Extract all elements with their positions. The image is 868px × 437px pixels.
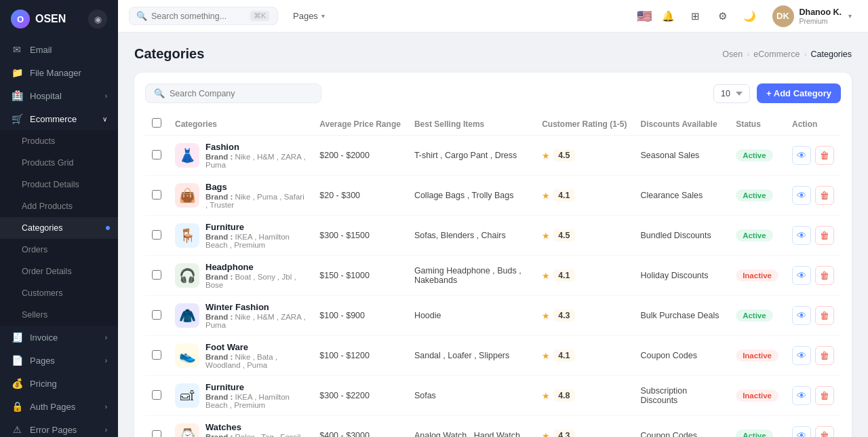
topbar: 🔍 ⌘K Pages ▾ 🇺🇸 🔔 ⊞ ⚙ 🌙 DK Dhanoo K. Pre… [118,0,868,33]
chevron-down-icon: ▾ [321,12,325,20]
user-area[interactable]: DK Dhanoo K. Premium ▾ [767,3,858,30]
discount-cell: Clearance Sales [633,176,729,216]
category-brands: Brand : IKEA , Hamilton Beach , Premium [205,393,306,409]
category-name: Furniture [205,382,306,392]
view-button[interactable]: 👁 [792,306,811,325]
sidebar-item-auth-pages[interactable]: 🔒 Auth Pages › [0,395,118,418]
grid-icon[interactable]: ⊞ [686,6,706,26]
search-icon: 🔍 [136,11,147,21]
view-button[interactable]: 👁 [792,146,811,165]
view-button[interactable]: 👁 [792,386,811,405]
sidebar-sub-label: Orders [22,245,47,254]
breadcrumb: Osen › eCommerce › Categories [722,50,852,59]
delete-button[interactable]: 🗑 [815,306,834,325]
best-selling-cell: Collage Bags , Trolly Bags [408,176,535,216]
table-search-input[interactable] [170,89,305,98]
chevron-right-icon: › [105,334,107,341]
sidebar-item-label: Pages [30,356,55,366]
sidebar-item-pages[interactable]: 📄 Pages › [0,349,118,372]
theme-toggle-icon[interactable]: 🌙 [740,6,760,26]
error-icon: ⚠ [11,424,23,435]
search-input[interactable] [151,12,246,21]
page-title: Categories [134,46,204,62]
row-checkbox[interactable] [152,230,161,240]
delete-button[interactable]: 🗑 [815,346,834,365]
delete-button[interactable]: 🗑 [815,426,834,437]
sidebar-item-ecommerce[interactable]: 🛒 Ecommerce ∨ [0,107,118,130]
rating-cell: ★ 4.1 [535,176,633,216]
category-info: Foot Ware Brand : Nike , Bata , Woodland… [205,342,306,369]
col-categories: Categories [168,113,313,136]
star-icon: ★ [542,431,550,438]
delete-button[interactable]: 🗑 [815,146,834,165]
sidebar-item-invoice[interactable]: 🧾 Invoice › [0,326,118,349]
page-header: Categories Osen › eCommerce › Categories [134,46,852,62]
row-checkbox[interactable] [152,350,161,360]
row-checkbox-cell [145,256,168,296]
category-brands: Brand : IKEA , Hamilton Beach , Premium [205,233,306,249]
row-checkbox[interactable] [152,310,161,320]
sidebar-sub-label: Categories [22,223,62,233]
category-name: Foot Ware [205,342,306,352]
toolbar-right: 10 25 50 + Add Category [713,83,841,103]
view-button[interactable]: 👁 [792,226,811,245]
sidebar-item-customers[interactable]: Customers [0,282,118,304]
breadcrumb-parent[interactable]: eCommerce [753,50,800,59]
sidebar-sub-label: Order Details [22,267,72,276]
sidebar-item-label: Hospital [30,91,62,101]
sidebar-item-product-details[interactable]: Product Details [0,174,118,195]
sidebar-item-pricing[interactable]: 💰 Pricing [0,372,118,395]
action-buttons: 👁 🗑 [792,146,834,165]
sidebar-item-orders[interactable]: Orders [0,239,118,261]
sidebar-toggle[interactable]: ◉ [88,10,107,28]
view-button[interactable]: 👁 [792,426,811,437]
view-button[interactable]: 👁 [792,186,811,205]
row-checkbox[interactable] [152,190,161,200]
sidebar-item-error-pages[interactable]: ⚠ Error Pages › [0,418,118,437]
sidebar-item-file-manager[interactable]: 📁 File Manager [0,61,118,84]
sidebar: O OSEN ◉ ✉ Email 📁 File Manager 🏥 Hospit… [0,0,118,437]
action-buttons: 👁 🗑 [792,426,834,437]
delete-button[interactable]: 🗑 [815,226,834,245]
select-all-checkbox[interactable] [152,118,161,128]
sidebar-sub-label: Sellers [22,310,47,320]
sidebar-item-products-grid[interactable]: Products Grid [0,152,118,174]
sidebar-item-sellers[interactable]: Sellers [0,304,118,326]
add-category-button[interactable]: + Add Category [757,83,841,103]
notification-icon[interactable]: 🔔 [658,6,679,26]
row-checkbox[interactable] [152,270,161,280]
delete-button[interactable]: 🗑 [815,266,834,285]
row-checkbox[interactable] [152,430,161,438]
category-brands: Brand : Nike , H&M , ZARA , Puma [205,153,306,169]
sidebar-item-add-products[interactable]: Add Products [0,195,118,217]
sidebar-item-label: Auth Pages [30,402,75,412]
pages-button[interactable]: Pages ▾ [286,7,332,24]
rating-cell: ★ 4.5 [535,216,633,256]
best-selling-cell: T-shirt , Cargo Pant , Dress [408,136,535,176]
per-page-select[interactable]: 10 25 50 [713,84,750,103]
table-header-row: Categories Average Price Range Best Sell… [145,113,841,136]
view-button[interactable]: 👁 [792,266,811,285]
row-checkbox[interactable] [152,150,161,159]
flag-icon[interactable]: 🇺🇸 [637,9,652,24]
delete-button[interactable]: 🗑 [815,386,834,405]
status-badge: Active [736,149,773,162]
rating-cell: ★ 4.1 [535,256,633,296]
breadcrumb-home[interactable]: Osen [722,50,743,59]
sidebar-item-order-details[interactable]: Order Details [0,261,118,282]
global-search-bar[interactable]: 🔍 ⌘K [129,7,278,25]
sidebar-item-email[interactable]: ✉ Email [0,38,118,61]
settings-icon[interactable]: ⚙ [713,6,733,26]
category-name: Fashion [205,142,306,152]
sidebar-item-categories[interactable]: Categories [0,217,118,239]
category-thumbnail: 🪑 [175,223,199,248]
row-checkbox[interactable] [152,390,161,400]
category-brands: Brand : Nike , Bata , Woodland , Puma [205,353,306,369]
sidebar-item-hospital[interactable]: 🏥 Hospital › [0,84,118,107]
discount-cell: Coupon Codes [633,336,729,376]
table-search-bar[interactable]: 🔍 [145,83,321,103]
view-button[interactable]: 👁 [792,346,811,365]
delete-button[interactable]: 🗑 [815,186,834,205]
status-cell: Inactive [729,376,785,416]
sidebar-item-products[interactable]: Products [0,130,118,152]
